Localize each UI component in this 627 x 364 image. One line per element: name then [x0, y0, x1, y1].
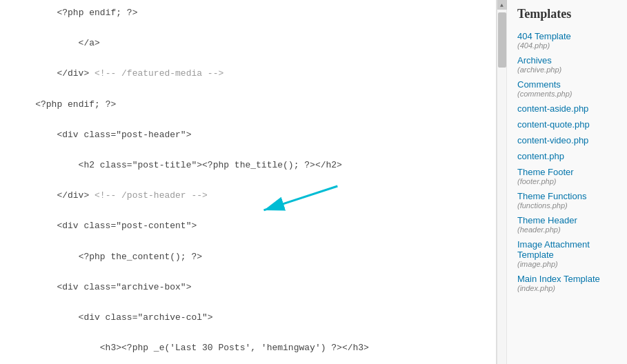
template-name[interactable]: Theme Footer	[517, 167, 617, 177]
template-name[interactable]: 404 Template	[517, 31, 617, 41]
scrollbar-track[interactable]: ▲	[497, 0, 506, 364]
template-name[interactable]: Image Attachment Template	[517, 239, 617, 260]
template-item[interactable]: Image Attachment Template(image.php)	[507, 236, 627, 271]
scrollbar-thumb[interactable]	[498, 12, 506, 68]
template-item[interactable]: Theme Footer(footer.php)	[507, 164, 627, 188]
template-name[interactable]: Theme Header	[517, 215, 617, 225]
template-name[interactable]: Comments	[517, 79, 617, 90]
template-name[interactable]: content-quote.php	[517, 119, 617, 130]
template-item[interactable]: Main Index Template(index.php)	[507, 271, 627, 295]
template-name[interactable]: Main Index Template	[517, 274, 617, 284]
code-editor[interactable]: <?php endif; ?> </a> </div> <!-- /featur…	[0, 0, 497, 364]
code-content: <?php endif; ?> </a> </div> <!-- /featur…	[0, 0, 496, 364]
sidebar-title: Templates	[507, 7, 627, 28]
template-item[interactable]: Archives(archive.php)	[507, 52, 627, 77]
template-file: (image.php)	[517, 260, 617, 268]
template-name[interactable]: content.php	[517, 151, 617, 161]
template-item[interactable]: Theme Functions(functions.php)	[507, 188, 627, 212]
template-name[interactable]: Archives	[517, 55, 617, 65]
template-file: (archive.php)	[517, 65, 617, 74]
template-item[interactable]: Theme Header(header.php)	[507, 212, 627, 236]
template-file: (header.php)	[517, 225, 617, 234]
template-item[interactable]: content-aside.php	[507, 101, 627, 117]
template-item[interactable]: content-quote.php	[507, 117, 627, 132]
template-item[interactable]: Comments(comments.php)	[507, 77, 627, 101]
template-item[interactable]: content.php	[507, 148, 627, 164]
template-name[interactable]: Theme Functions	[517, 191, 617, 201]
template-item[interactable]: content-video.php	[507, 132, 627, 148]
template-file: (comments.php)	[517, 90, 617, 98]
template-file: (404.php)	[517, 41, 617, 50]
template-name[interactable]: content-video.php	[517, 135, 617, 145]
template-file: (functions.php)	[517, 201, 617, 210]
templates-sidebar: Templates 404 Template(404.php)Archives(…	[506, 0, 627, 364]
template-name[interactable]: content-aside.php	[517, 103, 617, 114]
template-file: (index.php)	[517, 284, 617, 292]
template-file: (footer.php)	[517, 177, 617, 185]
scrollbar-up-button[interactable]: ▲	[497, 0, 507, 10]
template-item[interactable]: 404 Template(404.php)	[507, 28, 627, 52]
